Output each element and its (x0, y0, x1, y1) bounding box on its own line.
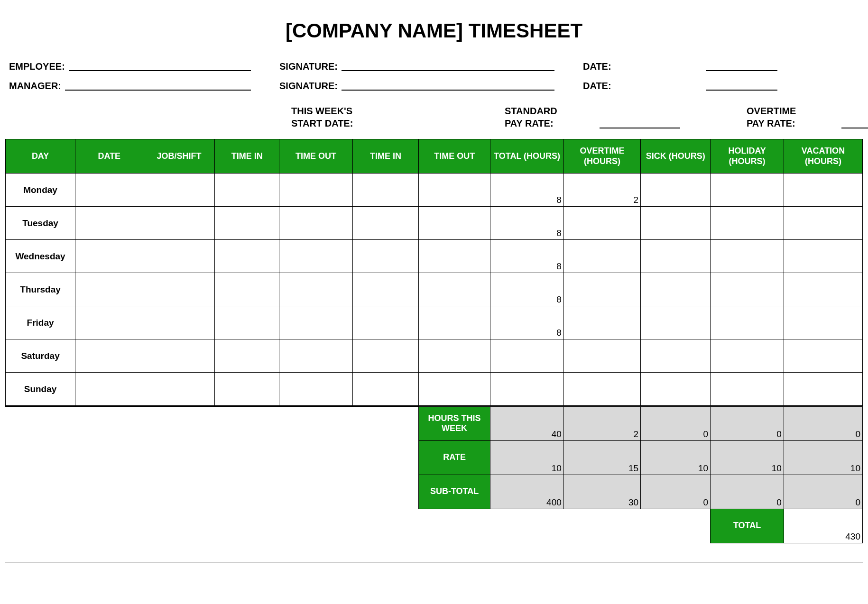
subtotal-vacation[interactable]: 0 (784, 475, 862, 509)
cell-to2[interactable] (419, 207, 490, 240)
cell-to2[interactable] (419, 273, 490, 306)
cell-to1[interactable] (279, 240, 353, 273)
cell-to1[interactable] (279, 306, 353, 339)
cell-to2[interactable] (419, 373, 490, 406)
cell-job[interactable] (143, 273, 215, 306)
cell-to2[interactable] (419, 240, 490, 273)
cell-overtime[interactable] (563, 207, 640, 240)
cell-holiday[interactable] (711, 207, 784, 240)
cell-to1[interactable] (279, 339, 353, 373)
cell-ti1[interactable] (215, 240, 279, 273)
input-employee[interactable] (69, 70, 251, 71)
cell-to2[interactable] (419, 174, 490, 207)
cell-date[interactable] (75, 207, 143, 240)
cell-sick[interactable] (641, 339, 711, 373)
cell-total[interactable] (490, 339, 564, 373)
input-signature-1[interactable] (342, 70, 554, 71)
cell-total[interactable]: 8 (490, 174, 564, 207)
cell-to1[interactable] (279, 207, 353, 240)
cell-sick[interactable] (641, 373, 711, 406)
cell-total[interactable] (490, 373, 564, 406)
subtotal-total[interactable]: 400 (490, 475, 564, 509)
cell-day[interactable]: Monday (6, 174, 75, 207)
cell-ti2[interactable] (352, 240, 419, 273)
cell-sick[interactable] (641, 207, 711, 240)
rate-total[interactable]: 10 (490, 440, 564, 475)
hours-total[interactable]: 40 (490, 406, 564, 440)
input-manager[interactable] (65, 90, 251, 91)
cell-to2[interactable] (419, 339, 490, 373)
rate-overtime[interactable]: 15 (563, 440, 640, 475)
cell-ti2[interactable] (352, 373, 419, 406)
cell-day[interactable]: Saturday (6, 339, 75, 373)
input-date-2[interactable] (706, 90, 777, 91)
cell-ti2[interactable] (352, 174, 419, 207)
cell-vacation[interactable] (784, 174, 862, 207)
cell-ti1[interactable] (215, 306, 279, 339)
cell-job[interactable] (143, 373, 215, 406)
rate-vacation[interactable]: 10 (784, 440, 862, 475)
cell-vacation[interactable] (784, 373, 862, 406)
subtotal-sick[interactable]: 0 (641, 475, 711, 509)
hours-overtime[interactable]: 2 (563, 406, 640, 440)
grand-total[interactable]: 430 (784, 509, 862, 543)
cell-to1[interactable] (279, 273, 353, 306)
cell-job[interactable] (143, 339, 215, 373)
cell-day[interactable]: Wednesday (6, 240, 75, 273)
cell-date[interactable] (75, 240, 143, 273)
cell-ti2[interactable] (352, 207, 419, 240)
cell-vacation[interactable] (784, 240, 862, 273)
cell-holiday[interactable] (711, 240, 784, 273)
cell-holiday[interactable] (711, 273, 784, 306)
cell-overtime[interactable] (563, 306, 640, 339)
cell-vacation[interactable] (784, 207, 862, 240)
cell-total[interactable]: 8 (490, 306, 564, 339)
cell-ti1[interactable] (215, 339, 279, 373)
input-signature-2[interactable] (342, 90, 554, 91)
cell-overtime[interactable] (563, 240, 640, 273)
cell-ti1[interactable] (215, 373, 279, 406)
cell-date[interactable] (75, 306, 143, 339)
cell-holiday[interactable] (711, 339, 784, 373)
cell-day[interactable]: Friday (6, 306, 75, 339)
cell-ti1[interactable] (215, 273, 279, 306)
cell-day[interactable]: Sunday (6, 373, 75, 406)
rate-holiday[interactable]: 10 (711, 440, 784, 475)
cell-ti2[interactable] (352, 306, 419, 339)
cell-total[interactable]: 8 (490, 207, 564, 240)
input-standard-pay[interactable] (600, 128, 680, 128)
cell-date[interactable] (75, 273, 143, 306)
cell-sick[interactable] (641, 306, 711, 339)
cell-job[interactable] (143, 240, 215, 273)
cell-vacation[interactable] (784, 273, 862, 306)
cell-total[interactable]: 8 (490, 240, 564, 273)
cell-sick[interactable] (641, 240, 711, 273)
cell-date[interactable] (75, 339, 143, 373)
cell-holiday[interactable] (711, 174, 784, 207)
rate-sick[interactable]: 10 (641, 440, 711, 475)
cell-vacation[interactable] (784, 339, 862, 373)
input-overtime-pay[interactable] (841, 128, 868, 128)
cell-overtime[interactable]: 2 (563, 174, 640, 207)
cell-holiday[interactable] (711, 373, 784, 406)
cell-day[interactable]: Thursday (6, 273, 75, 306)
cell-day[interactable]: Tuesday (6, 207, 75, 240)
cell-job[interactable] (143, 306, 215, 339)
cell-overtime[interactable] (563, 373, 640, 406)
cell-sick[interactable] (641, 273, 711, 306)
cell-job[interactable] (143, 207, 215, 240)
subtotal-overtime[interactable]: 30 (563, 475, 640, 509)
cell-to1[interactable] (279, 174, 353, 207)
cell-ti1[interactable] (215, 174, 279, 207)
cell-overtime[interactable] (563, 273, 640, 306)
hours-vacation[interactable]: 0 (784, 406, 862, 440)
cell-total[interactable]: 8 (490, 273, 564, 306)
cell-job[interactable] (143, 174, 215, 207)
input-date-1[interactable] (706, 70, 777, 71)
hours-sick[interactable]: 0 (641, 406, 711, 440)
hours-holiday[interactable]: 0 (711, 406, 784, 440)
cell-overtime[interactable] (563, 339, 640, 373)
cell-ti2[interactable] (352, 273, 419, 306)
cell-date[interactable] (75, 373, 143, 406)
cell-sick[interactable] (641, 174, 711, 207)
